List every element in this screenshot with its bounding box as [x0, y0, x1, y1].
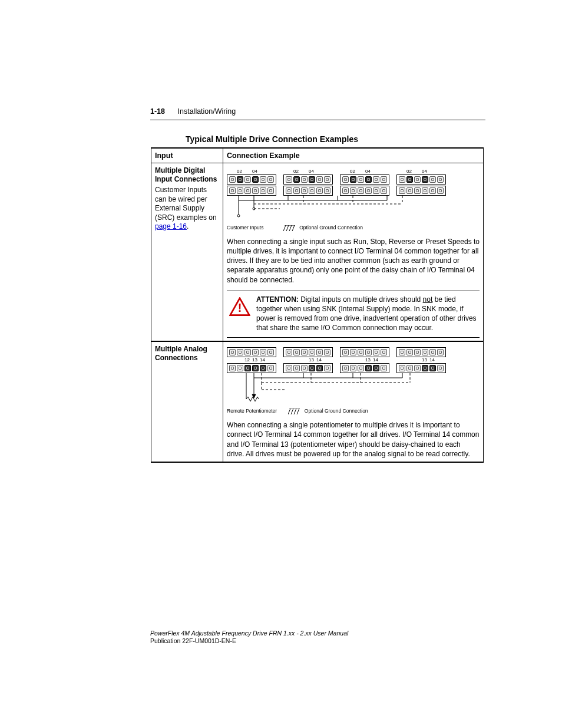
col-header-input: Input: [151, 148, 223, 163]
table-row: Multiple Analog Connections 12 13 14: [151, 341, 484, 462]
page-footer: PowerFlex 4M Adjustable Frequency Drive …: [150, 630, 348, 645]
terminal-label: 02: [349, 169, 356, 174]
ground-icon: [283, 225, 296, 231]
attention-box: ! ATTENTION: Digital inputs on multiple …: [227, 291, 480, 338]
wire-diagram: [227, 196, 427, 222]
terminal-label: 13: [365, 357, 371, 363]
attention-icon: !: [229, 297, 250, 317]
diagram-caption-row: Customer Inputs Optional Ground Connecti…: [227, 225, 480, 231]
input-description: Customer Inputs can be wired per Externa…: [155, 186, 219, 232]
svg-text:!: !: [238, 301, 242, 314]
svg-line-18: [286, 225, 289, 231]
diagram-right-caption: Optional Ground Connection: [299, 225, 363, 230]
svg-line-19: [289, 225, 292, 231]
example-cell: 12 13 14 1: [223, 341, 484, 462]
input-title: Multiple Digital Input Connections: [155, 166, 219, 184]
terminal-label: 13: [308, 357, 315, 363]
svg-point-2: [237, 215, 240, 217]
input-cell: Multiple Analog Connections: [151, 341, 223, 462]
table-header-row: Input Connection Example: [151, 148, 484, 163]
terminal-block: 12 13 14: [227, 347, 276, 373]
terminal-block: 13 14: [396, 347, 446, 373]
terminal-label: 04: [421, 169, 428, 174]
wire-diagram: [227, 373, 427, 405]
section-title: Typical Multiple Drive Connection Exampl…: [186, 134, 358, 144]
svg-line-44: [288, 409, 290, 414]
terminal-label: 04: [252, 169, 258, 174]
example-cell: 02 04 02: [223, 163, 484, 342]
terminal-label: 02: [293, 169, 299, 174]
footer-line2: Publication 22F-UM001D-EN-E: [150, 637, 236, 644]
terminal-label: 13: [252, 357, 258, 363]
attention-pre: Digital inputs on multiple drives should: [299, 295, 423, 304]
input-title: Multiple Analog Connections: [155, 345, 219, 363]
connection-examples-table: Input Connection Example Multiple Digita…: [151, 147, 484, 463]
terminal-block: 02 04: [396, 169, 446, 196]
col-header-example: Connection Example: [223, 148, 484, 163]
attention-not: not: [423, 295, 433, 304]
paragraph: When connecting a single potentiometer t…: [227, 420, 480, 459]
input-desc-post: .: [187, 222, 189, 230]
terminal-label: 04: [308, 169, 315, 174]
terminal-label: 14: [429, 357, 435, 363]
terminal-label: 14: [372, 357, 379, 363]
digital-diagram: 02 04 02: [227, 166, 480, 233]
diagram-right-caption: Optional Ground Connection: [305, 408, 368, 414]
input-desc-pre: Customer Inputs can be wired per Externa…: [155, 186, 217, 222]
svg-line-17: [283, 225, 286, 231]
terminal-label: 12: [244, 357, 250, 363]
input-cell: Multiple Digital Input Connections Custo…: [151, 163, 223, 342]
page-number: 1-18: [150, 107, 165, 116]
terminal-label: 14: [316, 357, 322, 363]
terminal-label: 02: [236, 169, 243, 174]
terminal-label: 13: [421, 357, 428, 363]
terminal-block: 02 04: [283, 169, 333, 196]
page-link[interactable]: page 1-16: [155, 222, 187, 230]
header-divider: [150, 120, 485, 120]
svg-line-20: [292, 225, 295, 231]
terminal-label: 14: [259, 357, 266, 363]
terminal-block: 02 04: [227, 169, 276, 196]
ground-icon: [288, 409, 301, 414]
paragraph: When connecting a single input such as R…: [227, 237, 480, 285]
page-header: 1-18 Installation/Wiring: [150, 107, 485, 116]
terminal-block: 02 04: [340, 169, 389, 196]
attention-text: ATTENTION: Digital inputs on multiple dr…: [256, 295, 477, 333]
terminal-block: 13 14: [283, 347, 333, 373]
svg-line-46: [294, 409, 296, 414]
svg-line-47: [297, 409, 299, 414]
diagram-left-caption: Remote Potentiometer: [227, 408, 277, 414]
svg-line-45: [291, 409, 293, 414]
diagram-left-caption: Customer Inputs: [227, 225, 263, 230]
terminal-block: 13 14: [340, 347, 389, 373]
attention-label: ATTENTION:: [256, 295, 299, 304]
table-row: Multiple Digital Input Connections Custo…: [151, 163, 484, 342]
analog-diagram: 12 13 14 1: [227, 345, 480, 417]
terminal-label: 02: [406, 169, 412, 174]
terminal-label: 04: [365, 169, 371, 174]
section-name: Installation/Wiring: [178, 107, 236, 116]
footer-line1: PowerFlex 4M Adjustable Frequency Drive …: [150, 630, 348, 637]
diagram-caption-row: Remote Potentiometer Optional Ground Con…: [227, 408, 480, 414]
